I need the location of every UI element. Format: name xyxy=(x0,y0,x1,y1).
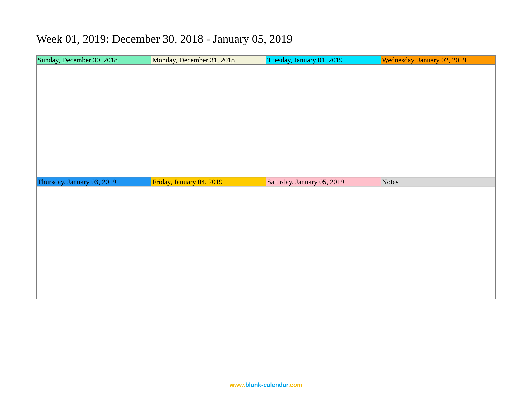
day-header-saturday: Saturday, January 05, 2019 xyxy=(266,177,381,186)
day-header-sunday: Sunday, December 30, 2018 xyxy=(37,56,151,65)
day-cell-wednesday[interactable] xyxy=(381,65,495,177)
week-grid: Sunday, December 30, 2018 Monday, Decemb… xyxy=(36,55,496,299)
footer-domain: blank-calendar xyxy=(245,382,288,388)
day-header-tuesday: Tuesday, January 01, 2019 xyxy=(266,56,381,65)
day-header-monday: Monday, December 31, 2018 xyxy=(151,56,266,65)
day-header-wednesday: Wednesday, January 02, 2019 xyxy=(381,56,495,65)
day-header-thursday: Thursday, January 03, 2019 xyxy=(37,177,151,186)
day-header-friday: Friday, January 04, 2019 xyxy=(151,177,266,186)
calendar-page: Week 01, 2019: December 30, 2018 - Janua… xyxy=(0,0,532,299)
notes-cell[interactable] xyxy=(381,186,495,299)
day-cell-saturday[interactable] xyxy=(266,186,381,299)
day-cell-thursday[interactable] xyxy=(37,186,151,299)
day-cell-friday[interactable] xyxy=(151,186,266,299)
notes-header: Notes xyxy=(381,177,495,186)
day-cell-monday[interactable] xyxy=(151,65,266,177)
day-cell-tuesday[interactable] xyxy=(266,65,381,177)
day-cell-sunday[interactable] xyxy=(37,65,151,177)
footer-www: www. xyxy=(229,382,245,388)
footer-link[interactable]: www.blank-calendar.com xyxy=(0,382,532,388)
footer-tld: .com xyxy=(288,382,303,388)
page-title: Week 01, 2019: December 30, 2018 - Janua… xyxy=(36,32,496,46)
